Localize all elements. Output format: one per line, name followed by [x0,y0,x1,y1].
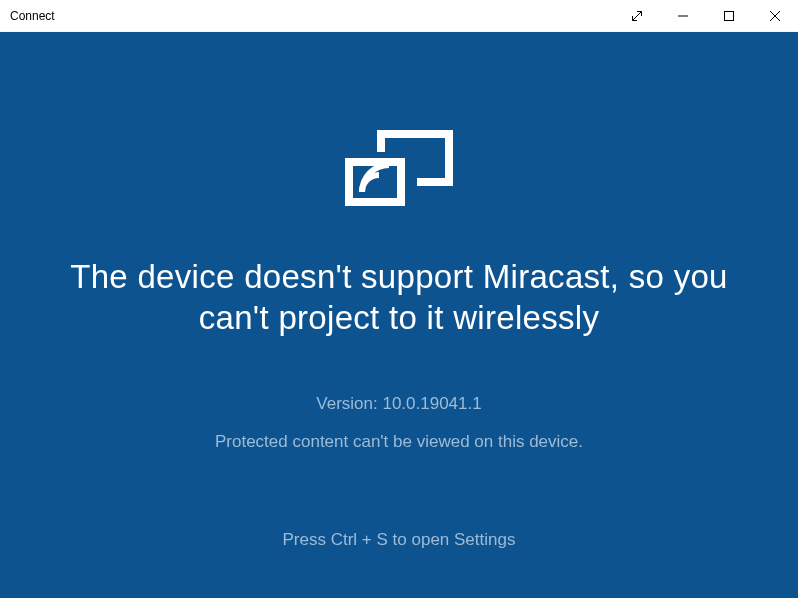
miracast-hero-icon [345,130,453,216]
close-icon [770,11,780,21]
cast-screen-icon [345,130,453,216]
maximize-icon [724,11,734,21]
titlebar: Connect [0,0,798,32]
main-heading: The device doesn't support Miracast, so … [49,256,749,339]
close-button[interactable] [752,0,798,31]
window-title: Connect [10,9,55,23]
minimize-icon [678,11,688,21]
svg-rect-0 [725,11,734,20]
titlebar-controls [614,0,798,31]
main-content: The device doesn't support Miracast, so … [0,32,798,598]
minimize-button[interactable] [660,0,706,31]
expand-diagonal-icon [631,10,643,22]
version-text: Version: 10.0.19041.1 [316,394,481,414]
expand-diagonal-button[interactable] [614,0,660,31]
maximize-button[interactable] [706,0,752,31]
protected-content-notice: Protected content can't be viewed on thi… [215,432,583,452]
settings-shortcut-hint: Press Ctrl + S to open Settings [283,530,516,550]
